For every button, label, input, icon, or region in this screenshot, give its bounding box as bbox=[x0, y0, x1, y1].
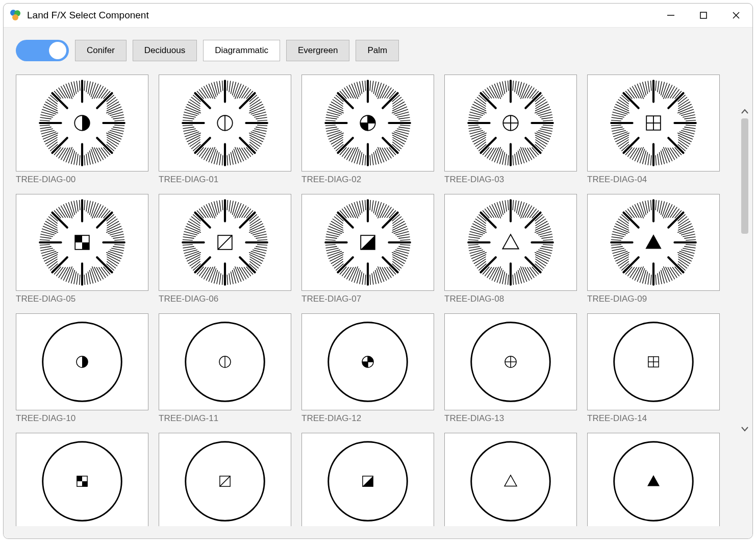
svg-line-109 bbox=[234, 83, 238, 96]
component-card[interactable]: TREE-DIAG-17 bbox=[301, 433, 434, 526]
svg-line-195 bbox=[211, 83, 216, 96]
svg-line-286 bbox=[338, 93, 352, 108]
svg-line-361 bbox=[481, 138, 495, 153]
component-card[interactable]: TREE-DIAG-18 bbox=[444, 433, 577, 526]
component-label: TREE-DIAG-01 bbox=[159, 175, 291, 185]
svg-line-12 bbox=[91, 83, 95, 96]
svg-line-91 bbox=[52, 93, 67, 108]
svg-line-648 bbox=[219, 273, 221, 284]
tab-diagrammatic[interactable]: Diagrammatic bbox=[203, 40, 280, 61]
component-label: TREE-DIAG-02 bbox=[301, 175, 434, 185]
svg-line-252 bbox=[362, 154, 364, 164]
svg-line-756 bbox=[338, 257, 352, 272]
svg-line-147 bbox=[234, 149, 238, 163]
tab-evergreen[interactable]: Evergreen bbox=[286, 40, 349, 61]
svg-line-692 bbox=[219, 200, 221, 211]
tree-symbol-icon bbox=[159, 75, 291, 171]
component-card[interactable]: TREE-DIAG-06 bbox=[159, 194, 291, 304]
svg-line-76 bbox=[41, 129, 53, 131]
svg-line-981 bbox=[640, 202, 644, 216]
svg-line-173 bbox=[184, 129, 195, 131]
component-card[interactable]: TREE-DIAG-01 bbox=[159, 75, 291, 185]
svg-line-150 bbox=[229, 154, 231, 164]
svg-line-484 bbox=[623, 93, 638, 108]
svg-line-502 bbox=[88, 201, 90, 212]
view-toggle[interactable] bbox=[16, 40, 69, 61]
svg-line-950 bbox=[623, 257, 638, 272]
component-card[interactable]: TREE-DIAG-07 bbox=[301, 194, 434, 304]
close-button[interactable] bbox=[720, 4, 752, 27]
svg-line-916 bbox=[685, 247, 695, 248]
svg-line-19 bbox=[97, 93, 112, 108]
svg-line-303 bbox=[515, 81, 516, 91]
svg-line-943 bbox=[640, 268, 644, 282]
svg-line-741 bbox=[373, 272, 376, 283]
svg-line-402 bbox=[658, 81, 659, 91]
svg-line-221 bbox=[394, 109, 408, 114]
svg-line-535 bbox=[97, 257, 112, 272]
svg-line-82 bbox=[41, 114, 53, 117]
svg-line-207 bbox=[376, 83, 381, 96]
maximize-button[interactable] bbox=[687, 4, 720, 27]
svg-line-297 bbox=[365, 81, 366, 90]
svg-line-697 bbox=[370, 200, 370, 210]
svg-line-528 bbox=[108, 251, 122, 256]
svg-line-337 bbox=[525, 138, 540, 153]
component-card[interactable]: TREE-DIAG-13 bbox=[444, 313, 577, 424]
svg-line-164 bbox=[195, 138, 210, 153]
svg-line-470 bbox=[612, 127, 622, 129]
svg-rect-1007 bbox=[82, 481, 87, 486]
svg-line-933 bbox=[662, 268, 667, 282]
svg-line-154 bbox=[219, 154, 221, 164]
svg-line-693 bbox=[222, 200, 223, 210]
tab-conifer[interactable]: Conifer bbox=[75, 40, 127, 61]
svg-line-886 bbox=[502, 201, 505, 212]
component-card[interactable]: TREE-DIAG-19 bbox=[587, 433, 720, 526]
svg-line-771 bbox=[326, 234, 338, 236]
svg-line-330 bbox=[537, 132, 550, 136]
tree-symbol-icon bbox=[587, 75, 720, 171]
component-card[interactable]: TREE-DIAG-00 bbox=[16, 75, 148, 185]
component-card[interactable]: TREE-DIAG-15 bbox=[16, 433, 148, 526]
svg-line-491 bbox=[640, 83, 644, 96]
component-card[interactable]: TREE-DIAG-11 bbox=[159, 313, 291, 424]
component-card[interactable]: TREE-DIAG-10 bbox=[16, 313, 148, 424]
svg-line-651 bbox=[211, 268, 216, 282]
component-card[interactable]: TREE-DIAG-14 bbox=[587, 313, 720, 424]
svg-line-231 bbox=[394, 132, 408, 136]
svg-line-590 bbox=[68, 202, 73, 216]
scroll-down-button[interactable] bbox=[737, 422, 752, 436]
svg-line-395 bbox=[505, 81, 507, 91]
scroll-thumb[interactable] bbox=[741, 118, 748, 234]
component-card[interactable]: TREE-DIAG-09 bbox=[587, 194, 720, 304]
minimize-button[interactable] bbox=[654, 4, 687, 27]
tab-deciduous[interactable]: Deciduous bbox=[133, 40, 197, 61]
component-card[interactable]: TREE-DIAG-02 bbox=[301, 75, 434, 185]
svg-line-617 bbox=[251, 229, 265, 233]
component-card[interactable]: TREE-DIAG-16 bbox=[159, 433, 291, 526]
component-card[interactable]: TREE-DIAG-04 bbox=[587, 75, 720, 185]
svg-line-866 bbox=[468, 239, 478, 240]
component-card[interactable]: TREE-DIAG-05 bbox=[16, 194, 148, 304]
scroll-up-button[interactable] bbox=[737, 104, 752, 118]
app-icon bbox=[9, 9, 22, 22]
tab-palm[interactable]: Palm bbox=[356, 40, 399, 61]
svg-line-273 bbox=[325, 125, 335, 126]
svg-line-518 bbox=[108, 229, 122, 233]
component-card[interactable]: TREE-DIAG-08 bbox=[444, 194, 577, 304]
scroll-track[interactable] bbox=[741, 118, 748, 422]
svg-line-892 bbox=[658, 200, 659, 211]
svg-line-791 bbox=[365, 200, 366, 210]
svg-line-371 bbox=[469, 127, 480, 129]
svg-line-794 bbox=[513, 200, 513, 210]
svg-line-53 bbox=[86, 154, 88, 164]
svg-line-320 bbox=[537, 109, 550, 114]
svg-line-131 bbox=[255, 129, 266, 131]
svg-line-620 bbox=[256, 237, 267, 238]
svg-line-984 bbox=[648, 200, 649, 211]
svg-line-911 bbox=[683, 234, 695, 236]
component-card[interactable]: TREE-DIAG-12 bbox=[301, 313, 434, 424]
svg-line-770 bbox=[326, 237, 337, 238]
component-card[interactable]: TREE-DIAG-03 bbox=[444, 75, 577, 185]
svg-line-838 bbox=[516, 272, 519, 283]
